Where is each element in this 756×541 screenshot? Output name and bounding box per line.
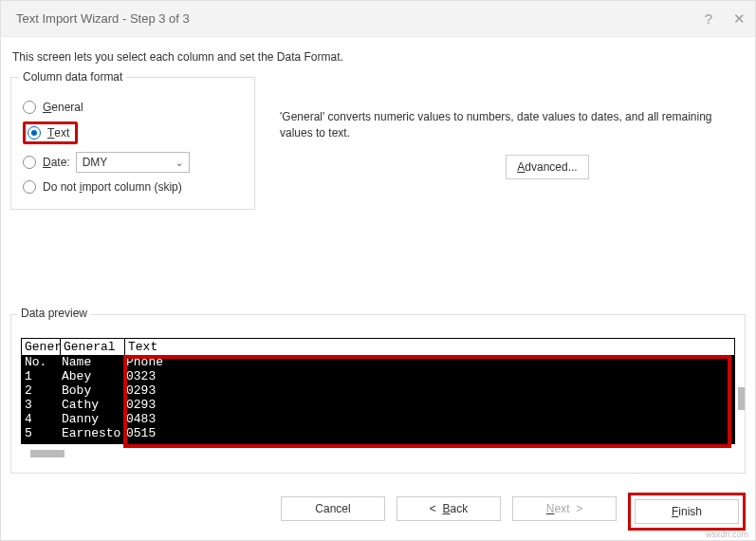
next-button: Next > [512,496,617,521]
table-row[interactable]: 1Abey0323 [22,370,734,384]
vertical-scrollbar[interactable] [738,387,745,410]
radio-icon [23,180,36,194]
date-format-value: DMY [83,156,108,169]
finish-button[interactable]: Finish [635,499,739,524]
table-row[interactable]: 2Boby0293 [22,384,734,399]
column-data-format-group: Column data format General Text Date: DM [10,77,255,210]
intro-text: This screen lets you select each column … [10,50,746,64]
col-header-0[interactable]: Gener [21,338,61,356]
close-icon[interactable]: ✕ [733,10,746,28]
back-button[interactable]: < Back [396,496,501,521]
col-header-1[interactable]: General [61,338,125,356]
general-description: 'General' converts numeric values to num… [280,109,746,141]
radio-text[interactable]: Text [21,118,245,148]
text-import-wizard-dialog: Text Import Wizard - Step 3 of 3 ? ✕ Thi… [0,0,756,541]
column-format-legend: Column data format [19,70,126,84]
highlight-finish: Finish [628,493,746,531]
preview-header-row: Gener General Text [21,338,735,356]
cancel-button[interactable]: Cancel [281,496,385,521]
data-preview-legend: Data preview [17,307,91,320]
scrollbar-thumb[interactable] [30,450,65,457]
dialog-title: Text Import Wizard - Step 3 of 3 [16,11,705,26]
titlebar: Text Import Wizard - Step 3 of 3 ? ✕ [1,1,755,37]
table-row[interactable]: 5Earnesto0515 [22,427,734,441]
radio-icon [23,101,36,114]
radio-general-label: eneral [51,101,83,114]
radio-icon [28,126,41,140]
preview-data-block: No.NamePhone 1Abey0323 2Boby0293 3Cathy0… [21,356,735,444]
radio-skip[interactable]: Do not import column (skip) [21,177,245,197]
horizontal-scrollbar[interactable] [21,448,735,459]
radio-skip-label: Do not import column (skip) [43,180,182,194]
advanced-label: dvanced... [525,160,577,174]
chevron-down-icon: ⌄ [175,158,183,168]
radio-text-label: ext [54,126,69,140]
help-icon[interactable]: ? [705,10,712,28]
radio-general[interactable]: General [21,97,245,118]
table-row[interactable]: 4Danny0483 [22,413,734,427]
button-bar: Cancel < Back Next > Finish [1,485,755,540]
radio-icon [23,156,36,169]
radio-date[interactable]: Date: DMY ⌄ [21,148,245,177]
table-row[interactable]: 3Cathy0293 [22,399,734,413]
advanced-button[interactable]: Advanced... [506,155,589,179]
data-preview-group: Data preview Gener General Text No.NameP… [10,314,746,474]
watermark: wsxdn.com [706,530,748,539]
date-format-select[interactable]: DMY ⌄ [76,152,190,173]
radio-date-label: ate: [51,156,70,169]
col-header-2[interactable]: Text [125,338,735,356]
table-row[interactable]: No.NamePhone [22,356,734,370]
